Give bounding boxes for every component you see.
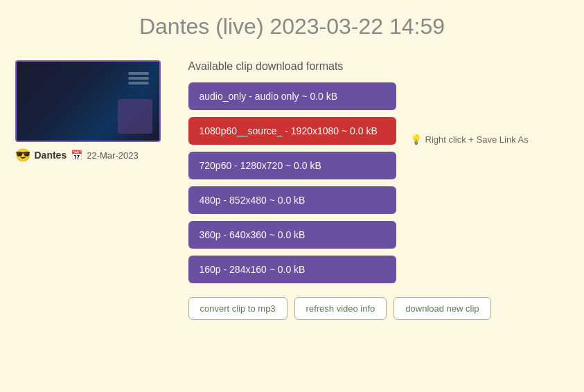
thumbnail-placeholder [17,62,159,141]
format-button-160p[interactable]: 160p - 284x160 ~ 0.0 kB [188,256,396,283]
right-panel: Available clip download formats audio_on… [188,60,569,320]
thumbnail-decoration [128,72,149,84]
format-button-360p[interactable]: 360p - 640x360 ~ 0.0 kB [188,221,396,249]
refresh-video-info-button[interactable]: refresh video info [294,297,387,320]
format-button-480p[interactable]: 480p - 852x480 ~ 0.0 kB [188,186,396,214]
channel-info: 😎 Dantes 📅 22-Mar-2023 [15,148,139,163]
format-button-1080p60[interactable]: 1080p60__source_ - 1920x1080 ~ 0.0 kB [188,117,396,145]
left-panel: 😎 Dantes 📅 22-Mar-2023 [15,60,161,163]
channel-avatar-emoji: 😎 [15,148,30,163]
format-button-720p60[interactable]: 720p60 - 1280x720 ~ 0.0 kB [188,152,396,179]
formats-section-title: Available clip download formats [188,60,344,73]
channel-name: Dantes [35,150,67,161]
convert-to-mp3-button[interactable]: convert clip to mp3 [188,297,287,320]
page-title: Dantes (live) 2023-03-22 14:59 [139,14,445,39]
thumbnail [15,60,161,142]
calendar-icon: 📅 [71,150,82,161]
hint-text: 💡 Right click + Save Link As [410,134,529,145]
lightbulb-icon: 💡 [410,134,422,145]
source-format-row: 1080p60__source_ - 1920x1080 ~ 0.0 kB 💡 … [188,117,569,145]
main-content: 😎 Dantes 📅 22-Mar-2023 Available clip do… [15,60,569,320]
action-buttons: convert clip to mp3 refresh video info d… [188,297,491,320]
thumbnail-overlay [118,99,152,134]
download-new-clip-button[interactable]: download new clip [393,297,490,320]
hint-label: Right click + Save Link As [425,134,529,145]
channel-date: 22-Mar-2023 [87,150,138,161]
format-button-audio-only[interactable]: audio_only - audio only ~ 0.0 kB [188,82,396,110]
